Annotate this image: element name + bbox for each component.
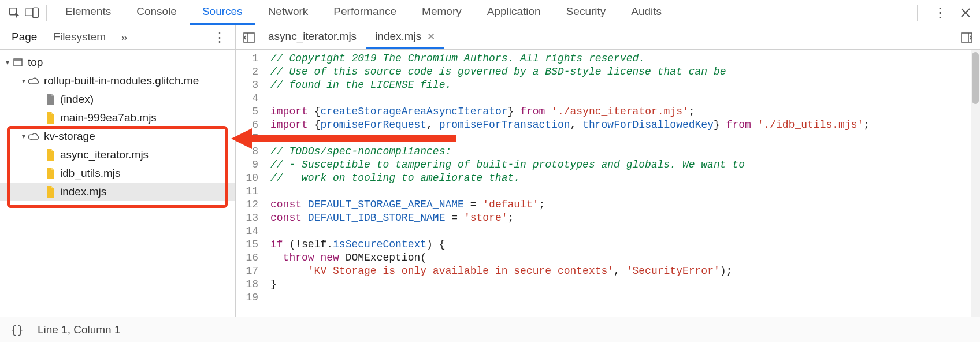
tree-item[interactable]: index.mjs xyxy=(0,183,235,201)
code-line xyxy=(270,291,980,304)
devtools-toolbar: ElementsConsoleSourcesNetworkPerformance… xyxy=(0,0,980,25)
code-line: // found in the LICENSE file. xyxy=(270,79,980,92)
line-gutter: 12345678910111213141516171819 xyxy=(236,50,263,317)
code-line: 'KV Storage is only available in secure … xyxy=(270,265,980,278)
expand-arrow-icon[interactable]: ▾ xyxy=(20,77,28,85)
panel-tab-sources[interactable]: Sources xyxy=(190,0,255,25)
code-line: import {createStorageAreaAsyncIterator} … xyxy=(270,105,980,118)
code-line: if (!self.isSecureContext) { xyxy=(270,238,980,251)
cloud-icon xyxy=(28,132,40,140)
kebab-menu-icon[interactable]: ⋮ xyxy=(931,4,949,21)
editor-tab[interactable]: index.mjs✕ xyxy=(366,25,444,49)
device-toggle-icon[interactable] xyxy=(23,4,40,21)
code-line: } xyxy=(270,278,980,291)
code-line xyxy=(270,225,980,238)
line-number[interactable]: 15 xyxy=(236,238,258,251)
line-number[interactable]: 19 xyxy=(236,291,258,304)
tree-item-label: (index) xyxy=(60,93,94,106)
sidebar-tab-page[interactable]: Page xyxy=(3,25,45,49)
line-number[interactable]: 10 xyxy=(236,172,258,185)
editor-tab-label: index.mjs xyxy=(375,30,421,43)
code-line: const DEFAULT_IDB_STORE_NAME = 'store'; xyxy=(270,211,980,225)
line-number[interactable]: 14 xyxy=(236,225,258,238)
pretty-print-icon[interactable]: {} xyxy=(10,324,24,336)
tree-item-label: main-999ea7ab.mjs xyxy=(60,111,157,124)
file-icon xyxy=(44,149,57,161)
file-tree: ▾top▾rollup-built-in-modules.glitch.me(i… xyxy=(0,50,235,317)
toolbar-separator xyxy=(917,5,918,21)
code-line: // Copyright 2019 The Chromium Authors. … xyxy=(270,52,980,65)
line-number[interactable]: 6 xyxy=(236,118,258,132)
panel-tab-elements[interactable]: Elements xyxy=(53,0,124,25)
tree-item[interactable]: main-999ea7ab.mjs xyxy=(0,109,235,127)
navigator-sidebar: PageFilesystem » ⋮ ▾top▾rollup-built-in-… xyxy=(0,25,236,317)
code-line: throw new DOMException( xyxy=(270,251,980,265)
tree-item[interactable]: ▾kv-storage xyxy=(0,127,235,146)
line-number[interactable]: 12 xyxy=(236,198,258,211)
line-number[interactable]: 5 xyxy=(236,105,258,118)
line-number[interactable]: 18 xyxy=(236,278,258,291)
expand-arrow-icon[interactable]: ▾ xyxy=(3,58,12,66)
code-line: import {promiseForRequest, promiseForTra… xyxy=(270,118,980,132)
line-number[interactable]: 1 xyxy=(236,52,258,65)
panel-tab-application[interactable]: Application xyxy=(474,0,554,25)
panel-tab-performance[interactable]: Performance xyxy=(321,0,409,25)
show-navigator-icon[interactable] xyxy=(239,25,259,49)
svg-rect-2 xyxy=(33,8,38,17)
line-number[interactable]: 4 xyxy=(236,92,258,105)
panel-tab-memory[interactable]: Memory xyxy=(409,0,474,25)
tree-item-label: async_iterator.mjs xyxy=(60,148,149,161)
file-icon xyxy=(44,112,57,124)
code-line: // - Susceptible to tampering of built-i… xyxy=(270,158,980,172)
sidebar-tab-filesystem[interactable]: Filesystem xyxy=(45,25,114,49)
panel-tab-security[interactable]: Security xyxy=(554,0,619,25)
tree-item[interactable]: (index) xyxy=(0,90,235,109)
panel-tab-audits[interactable]: Audits xyxy=(618,0,674,25)
scrollbar-track[interactable] xyxy=(971,50,980,317)
line-number[interactable]: 13 xyxy=(236,211,258,225)
line-number[interactable]: 16 xyxy=(236,251,258,265)
editor-statusbar: {} Line 1, Column 1 xyxy=(0,317,980,342)
editor-pane: async_iterator.mjsindex.mjs✕ 12345678910… xyxy=(236,25,980,317)
code-line xyxy=(270,92,980,105)
close-devtools-icon[interactable] xyxy=(957,4,974,21)
panel-tab-console[interactable]: Console xyxy=(124,0,190,25)
code-line xyxy=(270,185,980,198)
scrollbar-thumb[interactable] xyxy=(972,52,979,104)
more-tabs-icon[interactable]: » xyxy=(121,31,127,44)
file-icon xyxy=(44,168,57,179)
code-content: // Copyright 2019 The Chromium Authors. … xyxy=(263,50,980,317)
tree-item[interactable]: ▾rollup-built-in-modules.glitch.me xyxy=(0,72,235,90)
expand-arrow-icon[interactable]: ▾ xyxy=(20,132,28,140)
sidebar-kebab-icon[interactable]: ⋮ xyxy=(207,30,232,45)
panel-tab-network[interactable]: Network xyxy=(255,0,321,25)
line-number[interactable]: 8 xyxy=(236,145,258,158)
window-icon xyxy=(12,58,24,66)
editor-tab-label: async_iterator.mjs xyxy=(268,30,357,43)
line-number[interactable]: 2 xyxy=(236,65,258,79)
inspect-icon[interactable] xyxy=(6,4,23,21)
cloud-icon xyxy=(28,77,40,85)
svg-rect-4 xyxy=(14,59,22,66)
show-debugger-icon[interactable] xyxy=(957,25,977,49)
code-editor[interactable]: 12345678910111213141516171819 // Copyrig… xyxy=(236,50,980,317)
tree-item[interactable]: ▾top xyxy=(0,53,235,72)
line-number[interactable]: 11 xyxy=(236,185,258,198)
line-number[interactable]: 17 xyxy=(236,265,258,278)
tree-item[interactable]: async_iterator.mjs xyxy=(0,146,235,164)
line-number[interactable]: 3 xyxy=(236,79,258,92)
file-icon xyxy=(44,186,57,198)
tree-item-label: index.mjs xyxy=(60,185,106,198)
editor-tab[interactable]: async_iterator.mjs xyxy=(259,25,366,49)
line-number[interactable]: 7 xyxy=(236,132,258,145)
code-line: // work on tooling to ameliorate that. xyxy=(270,172,980,185)
code-line xyxy=(270,132,980,145)
tree-item[interactable]: idb_utils.mjs xyxy=(0,164,235,183)
code-line: const DEFAULT_STORAGE_AREA_NAME = 'defau… xyxy=(270,198,980,211)
line-number[interactable]: 9 xyxy=(236,158,258,172)
svg-rect-5 xyxy=(244,33,254,42)
page-icon xyxy=(44,94,57,105)
tree-item-label: kv-storage xyxy=(44,130,95,143)
code-line: // TODOs/spec-noncompliances: xyxy=(270,145,980,158)
close-tab-icon[interactable]: ✕ xyxy=(427,31,435,43)
